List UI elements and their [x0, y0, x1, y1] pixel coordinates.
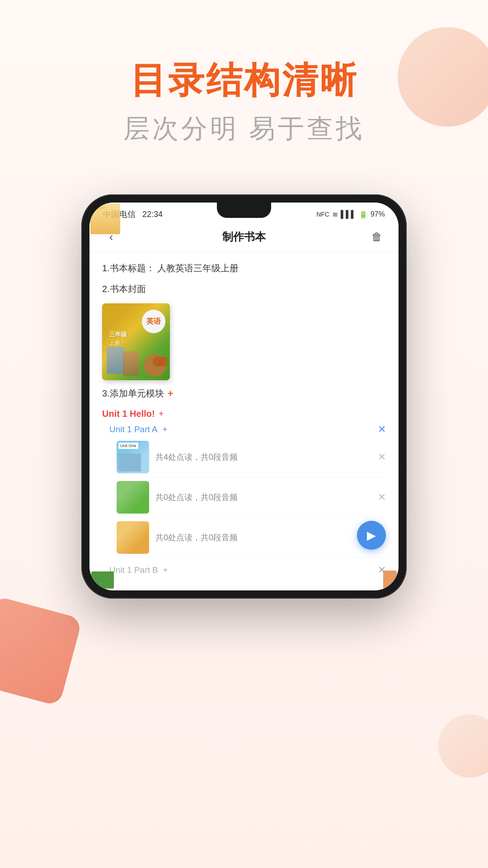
add-unit-section: 3.添加单元模块 +: [102, 387, 386, 400]
figure-1: [107, 347, 125, 374]
page-3-info: 共0处点读，共0段音频: [155, 532, 238, 543]
status-icons: NFC ≋ ▌▌▌ 🔋 97%: [316, 210, 385, 219]
page-2-info: 共0处点读，共0段音频: [155, 492, 238, 503]
phone-screen: 中国电信 22:34 NFC ≋ ▌▌▌ 🔋 97% ‹ 制作书本: [89, 203, 399, 590]
app-header: ‹ 制作书本 🗑: [89, 223, 399, 253]
deco-circle-bottom-right: [438, 714, 488, 778]
phone-notch: [217, 203, 271, 218]
trash-icon: 🗑: [371, 231, 382, 243]
page-1-thumbnail: Unit One: [117, 441, 149, 473]
add-unit-label: 3.添加单元模块: [102, 387, 164, 400]
book-cover-image[interactable]: 英语 三年级 上册: [102, 303, 170, 380]
delete-button[interactable]: 🗑: [368, 228, 386, 246]
page-1-info: 共4处点读，共0段音频: [155, 452, 238, 462]
unit-1-add-button[interactable]: +: [159, 409, 164, 419]
book-title-badge: 英语: [142, 310, 165, 333]
part-b-title: Unit 1 Part B: [109, 565, 158, 575]
app-title: 制作书本: [222, 230, 266, 244]
page-2-remove-button[interactable]: ✕: [378, 491, 386, 503]
book-grade-label: 三年级: [109, 330, 127, 339]
app-content: 1.书本标题： 人教英语三年级上册 2.书本封面 英语 三年级 上册: [89, 253, 399, 590]
book-cover-section: 2.书本封面 英语 三年级 上册: [102, 283, 386, 380]
cover-label: 2.书本封面: [102, 283, 386, 295]
phone-frame: 中国电信 22:34 NFC ≋ ▌▌▌ 🔋 97% ‹ 制作书本: [81, 194, 407, 599]
signal-icon: ▌▌▌: [341, 210, 356, 218]
deco-shape-bottom-left: [0, 596, 82, 707]
part-a-pages: Unit One 共4处点读，共0段音频 ✕: [117, 437, 386, 558]
book-vol-label: 上册: [109, 340, 120, 347]
unit-one-label: Unit One: [118, 443, 138, 449]
book-cover-inner: 英语 三年级 上册: [102, 303, 170, 380]
unit-1-title-row: Unit 1 Hello! +: [102, 406, 386, 422]
figure-2: [123, 351, 139, 376]
page-item-3: 共0处点读，共0段音频 ✕: [117, 518, 386, 558]
fab-icon: ▶: [367, 528, 376, 542]
main-title: 目录结构清晰: [0, 59, 488, 102]
unit-1-part-b: Unit 1 Part B + ✕: [109, 561, 386, 579]
thumb-figure: [118, 453, 141, 472]
book-title-section: 1.书本标题： 人教英语三年级上册: [102, 262, 386, 274]
part-a-add-button[interactable]: +: [162, 425, 167, 434]
page-1-remove-button[interactable]: ✕: [378, 451, 386, 463]
part-b-add-button[interactable]: +: [163, 565, 168, 575]
wifi-icon: ≋: [332, 210, 338, 219]
unit-1-part-a: Unit 1 Part A + ✕: [109, 422, 386, 558]
page-2-thumbnail: Hello!: [117, 481, 149, 514]
page-item-2: Hello! 共0处点读，共0段音频 ✕: [117, 477, 386, 518]
nfc-icon: NFC: [316, 211, 329, 218]
phone-mockup: 中国电信 22:34 NFC ≋ ▌▌▌ 🔋 97% ‹ 制作书本: [81, 194, 407, 599]
battery-icon: 🔋: [359, 210, 368, 219]
page-header: 目录结构清晰 层次分明 易于查找: [0, 0, 488, 146]
page-3-thumbnail: [117, 521, 149, 554]
sub-title: 层次分明 易于查找: [0, 111, 488, 146]
part-a-title: Unit 1 Part A: [109, 425, 158, 434]
part-a-close-button[interactable]: ✕: [378, 424, 386, 435]
battery-label: 97%: [371, 210, 385, 218]
fab-button[interactable]: ▶: [357, 521, 386, 550]
bear-ear-right: [158, 357, 168, 367]
unit-1-title: Unit 1 Hello!: [102, 409, 155, 419]
add-unit-plus-button[interactable]: +: [168, 388, 174, 400]
title-label: 1.书本标题：: [102, 263, 155, 273]
part-a-title-row: Unit 1 Part A + ✕: [109, 422, 386, 437]
page-item-1: Unit One 共4处点读，共0段音频 ✕: [117, 437, 386, 477]
unit-1: Unit 1 Hello! + Unit 1 Part A + ✕: [102, 406, 386, 579]
title-value: 人教英语三年级上册: [157, 263, 239, 273]
